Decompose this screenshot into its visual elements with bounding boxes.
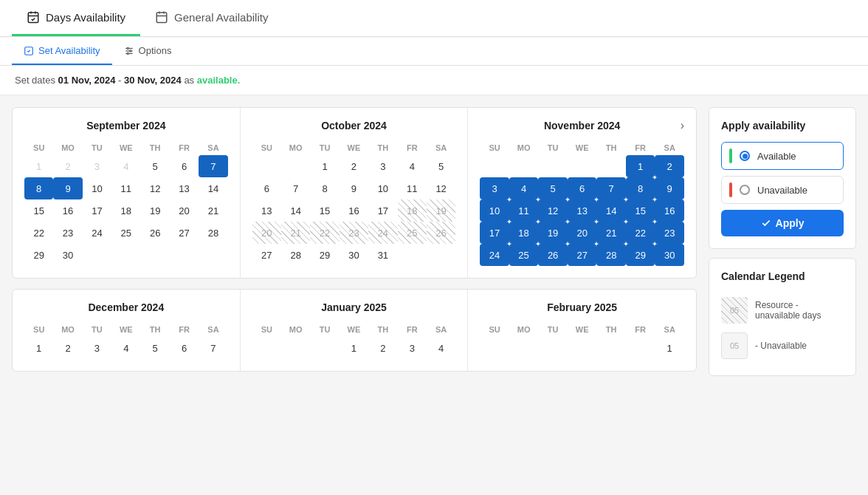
calendar-day[interactable]: 28 — [596, 244, 626, 266]
calendar-day[interactable]: 1 — [655, 337, 684, 359]
calendar-day[interactable]: 9 — [53, 177, 82, 199]
calendar-day[interactable]: 13 — [568, 199, 597, 222]
calendar-day[interactable]: 2 — [340, 155, 368, 177]
available-option[interactable]: Available — [721, 142, 844, 170]
calendar-day[interactable]: 2 — [53, 337, 82, 359]
calendar-day[interactable]: 27 — [170, 222, 199, 244]
calendar-day[interactable]: 29 — [310, 244, 339, 266]
calendar-day[interactable]: 22 — [626, 222, 655, 244]
calendar-day[interactable]: 4 — [111, 337, 140, 359]
calendar-day[interactable]: 5 — [141, 337, 170, 359]
calendar-day[interactable]: 19 — [538, 222, 568, 244]
calendar-day[interactable]: 11 — [398, 177, 427, 199]
calendar-day[interactable]: 26 — [427, 222, 455, 244]
calendar-day[interactable]: 8 — [24, 177, 53, 199]
calendar-day[interactable]: 21 — [281, 222, 310, 244]
calendar-day[interactable]: 4 — [427, 337, 455, 359]
calendar-day[interactable]: 11 — [509, 199, 539, 222]
calendar-day[interactable]: 3 — [480, 177, 509, 199]
calendar-day[interactable]: 14 — [281, 199, 310, 222]
calendar-day[interactable]: 7 — [199, 337, 227, 359]
calendar-day[interactable]: 19 — [141, 199, 170, 222]
calendar-day[interactable]: 19 — [427, 199, 455, 222]
calendar-day[interactable]: 27 — [252, 244, 281, 266]
calendar-day[interactable]: 25 — [111, 222, 140, 244]
calendar-day[interactable]: 23 — [655, 222, 684, 244]
calendar-day[interactable]: 22 — [24, 222, 53, 244]
calendar-day[interactable]: 20 — [252, 222, 281, 244]
calendar-day[interactable]: 20 — [568, 222, 597, 244]
calendar-day[interactable]: 10 — [480, 199, 509, 222]
calendar-day[interactable]: 14 — [199, 177, 227, 199]
calendar-day[interactable]: 7 — [596, 177, 626, 199]
sub-tab-options[interactable]: Options — [112, 38, 184, 65]
calendar-day[interactable]: 21 — [199, 199, 227, 222]
calendar-day[interactable]: 10 — [368, 177, 397, 199]
calendar-day[interactable]: 13 — [252, 199, 281, 222]
calendar-next-button[interactable]: › — [681, 119, 684, 132]
calendar-day[interactable]: 29 — [24, 244, 53, 266]
calendar-day[interactable]: 1 — [310, 155, 339, 177]
calendar-day[interactable]: 8 — [310, 177, 339, 199]
calendar-day[interactable]: 14 — [596, 199, 626, 222]
calendar-day[interactable]: 16 — [340, 199, 368, 222]
calendar-day[interactable]: 18 — [111, 199, 140, 222]
calendar-day[interactable]: 6 — [568, 177, 597, 199]
calendar-day[interactable]: 12 — [538, 199, 568, 222]
calendar-day[interactable]: 30 — [655, 244, 684, 266]
calendar-day[interactable]: 22 — [310, 222, 339, 244]
apply-button[interactable]: Apply — [721, 210, 844, 236]
calendar-day[interactable]: 28 — [199, 222, 227, 244]
calendar-day[interactable]: 30 — [53, 244, 82, 266]
calendar-day[interactable]: 6 — [252, 177, 281, 199]
calendar-day[interactable]: 7 — [281, 177, 310, 199]
calendar-day[interactable]: 9 — [340, 177, 368, 199]
calendar-day[interactable]: 8 — [626, 177, 655, 199]
calendar-day[interactable]: 21 — [596, 222, 626, 244]
calendar-day[interactable]: 29 — [626, 244, 655, 266]
calendar-day[interactable]: 2 — [655, 155, 684, 177]
calendar-day[interactable]: 3 — [368, 155, 397, 177]
calendar-day[interactable]: 23 — [340, 222, 368, 244]
calendar-day[interactable]: 4 — [398, 155, 427, 177]
tab-general-availability[interactable]: General Availability — [140, 0, 283, 36]
calendar-day[interactable]: 5 — [141, 155, 170, 177]
calendar-day[interactable]: 25 — [509, 244, 539, 266]
calendar-day[interactable]: 20 — [170, 199, 199, 222]
calendar-day[interactable]: 4 — [509, 177, 539, 199]
calendar-day[interactable]: 24 — [368, 222, 397, 244]
calendar-day[interactable]: 24 — [480, 244, 509, 266]
calendar-day[interactable]: 25 — [398, 222, 427, 244]
calendar-day[interactable]: 16 — [53, 199, 82, 222]
calendar-day[interactable]: 6 — [170, 155, 199, 177]
calendar-day[interactable]: 12 — [141, 177, 170, 199]
calendar-day[interactable]: 24 — [83, 222, 111, 244]
calendar-day[interactable]: 18 — [398, 199, 427, 222]
calendar-day[interactable]: 10 — [83, 177, 111, 199]
calendar-day[interactable]: 5 — [538, 177, 568, 199]
calendar-day[interactable]: 28 — [281, 244, 310, 266]
calendar-day[interactable]: 31 — [368, 244, 397, 266]
calendar-day[interactable]: 1 — [626, 155, 655, 177]
calendar-day[interactable]: 9 — [655, 177, 684, 199]
calendar-day[interactable]: 17 — [368, 199, 397, 222]
calendar-day[interactable]: 3 — [398, 337, 427, 359]
sub-tab-set-availability[interactable]: Set Availability — [12, 38, 112, 65]
calendar-day[interactable]: 12 — [427, 177, 455, 199]
calendar-day[interactable]: 17 — [83, 199, 111, 222]
calendar-day[interactable]: 30 — [340, 244, 368, 266]
calendar-day[interactable]: 16 — [655, 199, 684, 222]
calendar-day[interactable]: 5 — [427, 155, 455, 177]
calendar-day[interactable]: 7 — [199, 155, 227, 177]
calendar-day[interactable]: 2 — [368, 337, 397, 359]
calendar-day[interactable]: 15 — [310, 199, 339, 222]
calendar-day[interactable]: 17 — [480, 222, 509, 244]
calendar-day[interactable]: 1 — [340, 337, 368, 359]
calendar-day[interactable]: 15 — [626, 199, 655, 222]
calendar-day[interactable]: 15 — [24, 199, 53, 222]
calendar-day[interactable]: 18 — [509, 222, 539, 244]
calendar-day[interactable]: 1 — [24, 337, 53, 359]
tab-days-availability[interactable]: Days Availability — [12, 0, 140, 36]
calendar-day[interactable]: 3 — [83, 337, 111, 359]
calendar-day[interactable]: 23 — [53, 222, 82, 244]
